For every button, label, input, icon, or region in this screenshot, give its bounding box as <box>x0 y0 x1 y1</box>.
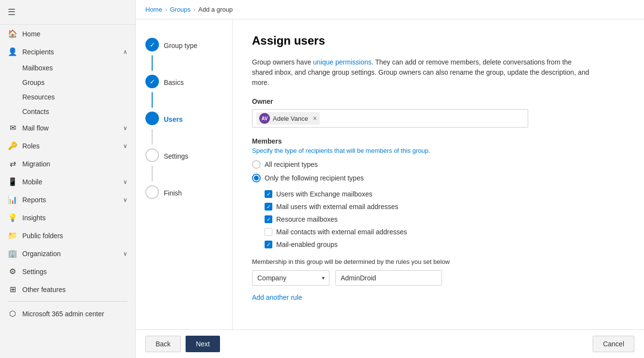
checkbox-exchange-label: Users with Exchange mailboxes <box>276 190 372 198</box>
mailflow-icon: ✉ <box>8 123 17 132</box>
owner-input-field[interactable]: AV Adele Vance × <box>252 109 528 128</box>
sidebar-sub-label: Contacts <box>22 108 49 115</box>
checkbox-external-box: ✓ <box>265 203 272 211</box>
sidebar-item-migration[interactable]: ⇄ Migration <box>0 155 135 173</box>
chevron-down-icon: ∨ <box>123 179 127 185</box>
hamburger-icon[interactable]: ☰ <box>8 7 16 17</box>
sidebar-item-groups[interactable]: Groups <box>0 75 135 90</box>
step-line-2 <box>152 92 153 108</box>
publicfolders-icon: 📁 <box>8 231 17 240</box>
step-line-1 <box>152 55 153 71</box>
sidebar-sub-label: Mailboxes <box>22 64 53 72</box>
step-line-4 <box>152 166 153 181</box>
organization-icon: 🏢 <box>8 249 17 258</box>
insights-icon: 💡 <box>8 213 17 222</box>
owner-name: Adele Vance <box>273 115 308 122</box>
chevron-down-icon: ∨ <box>123 125 127 131</box>
checkbox-mailenabled[interactable]: ✓ Mail-enabled groups <box>265 241 625 248</box>
sidebar-item-label: Recipients <box>22 48 54 56</box>
checkbox-mailenabled-box: ✓ <box>265 241 272 248</box>
checkbox-external[interactable]: ✓ Mail users with external email address… <box>265 203 625 211</box>
step-circle-grouptype: ✓ <box>145 38 159 51</box>
chevron-down-icon: ∨ <box>123 250 127 257</box>
checkbox-resource-box: ✓ <box>265 215 272 223</box>
sidebar-item-mailboxes[interactable]: Mailboxes <box>0 61 135 75</box>
rule-value-input[interactable] <box>335 270 442 286</box>
step-line-3 <box>152 129 153 145</box>
sidebar-item-label: Roles <box>22 142 40 150</box>
form-description: Group owners have unique permissions. Th… <box>252 57 591 88</box>
next-button[interactable]: Next <box>186 336 220 352</box>
owner-label: Owner <box>252 98 625 105</box>
sidebar-item-insights[interactable]: 💡 Insights <box>0 209 135 227</box>
sidebar-item-label: Reports <box>22 196 46 204</box>
step-circle-basics: ✓ <box>145 75 159 88</box>
sidebar-item-settings[interactable]: ⚙ Settings <box>0 262 135 280</box>
desc-highlight: unique permissions <box>313 58 372 66</box>
sidebar-item-m365[interactable]: ⬡ Microsoft 365 admin center <box>0 305 135 323</box>
members-title: Members <box>252 137 625 145</box>
members-section: Members Specify the type of recipients t… <box>252 137 625 248</box>
checkbox-group: ✓ Users with Exchange mailboxes ✓ Mail u… <box>265 190 625 248</box>
sidebar-item-mailflow[interactable]: ✉ Mail flow ∨ <box>0 119 135 137</box>
recipients-icon: 👤 <box>8 47 17 56</box>
step-basics: ✓ Basics <box>145 71 222 108</box>
sidebar-item-label: Organization <box>22 250 61 258</box>
sidebar-item-contacts[interactable]: Contacts <box>0 104 135 119</box>
settings-icon: ⚙ <box>8 267 17 276</box>
nav-divider <box>8 301 127 302</box>
breadcrumb-sep2: › <box>193 6 195 13</box>
radio-all[interactable]: All recipient types <box>252 160 625 169</box>
sidebar-item-organization[interactable]: 🏢 Organization ∨ <box>0 244 135 262</box>
members-desc: Specify the type of recipients that will… <box>252 147 625 154</box>
content-area: ✓ Group type ✓ Basics Users <box>136 19 644 329</box>
checkbox-external-label: Mail users with external email addresses <box>276 203 398 211</box>
otherfeatures-icon: ⊞ <box>8 285 17 294</box>
sidebar-item-resources[interactable]: Resources <box>0 90 135 104</box>
sidebar-item-roles[interactable]: 🔑 Roles ∨ <box>0 137 135 155</box>
sidebar-item-reports[interactable]: 📊 Reports ∨ <box>0 191 135 209</box>
checkbox-contacts[interactable]: Mail contacts with external email addres… <box>265 228 625 236</box>
step-circle-finish <box>145 185 159 199</box>
sidebar-item-label: Insights <box>22 214 46 222</box>
sidebar-item-mobile[interactable]: 📱 Mobile ∨ <box>0 173 135 191</box>
sidebar-item-recipients[interactable]: 👤 Recipients ∧ <box>0 43 135 61</box>
radio-circle-specific <box>252 174 261 182</box>
steps-panel: ✓ Group type ✓ Basics Users <box>136 19 233 329</box>
sidebar-sub-label: Resources <box>22 93 55 101</box>
chevron-down-icon: ∨ <box>123 196 127 203</box>
back-button[interactable]: Back <box>145 336 181 352</box>
radio-specific[interactable]: Only the following recipient types <box>252 174 625 182</box>
checkbox-contacts-box <box>265 228 272 236</box>
sidebar-item-otherfeatures[interactable]: ⊞ Other features <box>0 280 135 298</box>
mobile-icon: 📱 <box>8 177 17 186</box>
radio-all-label: All recipient types <box>265 161 318 168</box>
breadcrumb-home[interactable]: Home <box>145 6 162 13</box>
main-content: Home › Groups › Add a group ✓ Group type… <box>136 0 644 358</box>
company-select[interactable]: Company <box>252 270 330 286</box>
owner-remove-button[interactable]: × <box>313 114 317 122</box>
m365-icon: ⬡ <box>8 309 17 318</box>
add-rule-link[interactable]: Add another rule <box>252 293 302 301</box>
step-settings: Settings <box>145 145 222 181</box>
chevron-down-icon: ∨ <box>123 143 127 149</box>
reports-icon: 📊 <box>8 195 17 204</box>
form-panel: Assign users Group owners have unique pe… <box>233 19 644 329</box>
checkbox-mailenabled-label: Mail-enabled groups <box>276 241 338 248</box>
step-label-settings: Settings <box>164 150 188 160</box>
cancel-button[interactable]: Cancel <box>593 336 634 352</box>
company-select-wrapper: Company ▾ <box>252 270 330 286</box>
radio-circle-all <box>252 160 261 169</box>
sidebar-item-label: Public folders <box>22 232 63 240</box>
membership-section: Membership in this group will be determi… <box>252 258 625 286</box>
sidebar-item-publicfolders[interactable]: 📁 Public folders <box>0 227 135 244</box>
breadcrumb-groups[interactable]: Groups <box>170 6 191 13</box>
checkbox-exchange[interactable]: ✓ Users with Exchange mailboxes <box>265 190 625 198</box>
step-label-users: Users <box>164 114 183 123</box>
step-circle-settings <box>145 148 159 162</box>
owner-tag: AV Adele Vance × <box>256 112 320 125</box>
sidebar-item-label: Other features <box>22 286 66 293</box>
checkbox-resource[interactable]: ✓ Resource mailboxes <box>265 215 625 223</box>
sidebar-item-home[interactable]: 🏠 Home <box>0 25 135 43</box>
sidebar-header: ☰ <box>0 0 135 25</box>
